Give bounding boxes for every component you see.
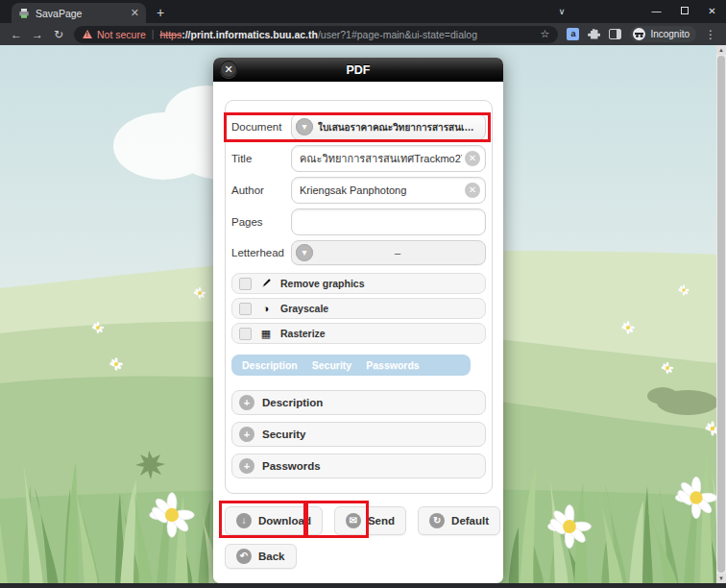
pages-row: Pages [231,208,486,235]
pages-label: Pages [231,216,291,228]
tab-passwords[interactable]: Passwords [366,359,419,371]
page-viewport: ✕ PDF Document ▾ ใบเสนอราคาคณะวิทยาการสา… [0,45,726,588]
toolbar-right-icons: a Incognito ⋮ [563,26,720,42]
reload-icon[interactable]: ↻ [48,28,69,41]
section-label: Security [262,429,305,440]
close-window-button[interactable]: ✕ [698,0,726,23]
grayscale-icon: ◑ [259,304,273,314]
annotation-box-send [305,501,369,538]
send-button-label: Send [368,515,395,527]
rasterize-option[interactable]: ▦ Rasterize [231,323,486,344]
section-label: Passwords [262,460,321,472]
dialog-tab-bar: Description Security Passwords [231,355,471,376]
letterhead-select[interactable]: ▾ – [291,240,486,265]
tab-savapage[interactable]: SavaPage ✕ [12,3,146,23]
tab-close-icon[interactable]: ✕ [131,8,139,18]
letterhead-row: Letterhead ▾ – [231,240,486,265]
remove-graphics-checkbox[interactable] [239,278,252,290]
default-button[interactable]: ↻ Default [418,506,500,535]
author-row: Author ✕ [231,177,486,204]
side-panel-icon[interactable] [609,29,621,39]
dialog-title: PDF [347,63,371,77]
url-host: ://print.informatics.buu.ac.th [182,29,318,40]
scrollbar-down-icon[interactable]: ▼ [716,574,726,583]
window-controls: — ✕ [642,0,726,23]
address-bar[interactable]: Not secure | https ://print.informatics.… [74,26,558,43]
grayscale-option[interactable]: ◑ Grayscale [231,298,486,319]
plus-icon: + [239,395,254,410]
url-path: /user?1#page-main&ui-state=dialog [318,29,477,40]
remove-graphics-option[interactable]: Remove graphics [231,273,486,294]
annotation-box-document [224,112,491,142]
author-input[interactable] [291,177,486,204]
grayscale-checkbox[interactable] [239,303,252,315]
browser-menu-icon[interactable]: ⋮ [705,28,716,41]
section-label: Description [262,397,323,408]
rasterize-icon: ▦ [259,329,273,339]
option-label: Remove graphics [280,278,365,289]
translate-icon[interactable]: a [567,28,579,40]
maximize-button[interactable] [670,0,698,23]
clear-author-icon[interactable]: ✕ [465,183,480,198]
refresh-icon: ↻ [429,513,445,528]
letterhead-value: – [318,247,477,258]
plus-icon: + [239,427,254,442]
scrollbar-up-icon[interactable]: ▲ [716,45,726,55]
letterhead-label: Letterhead [231,247,291,258]
tab-strip: SavaPage ✕ + ∨ — ✕ [0,0,726,23]
option-label: Grayscale [280,303,328,314]
collapsible-sections: + Description + Security + Passwords [231,390,486,478]
title-label: Title [231,153,291,164]
tab-search-chevron-icon[interactable]: ∨ [548,0,575,23]
chevron-down-icon: ▾ [296,244,313,261]
not-secure-label: Not secure [97,29,146,40]
bookmark-star-icon[interactable]: ☆ [541,28,550,40]
dialog-close-icon[interactable]: ✕ [220,61,237,78]
title-row: Title ✕ [231,145,486,172]
options-group: Remove graphics ◑ Grayscale ▦ Rasterize [231,273,486,344]
pdf-form: Document ▾ ใบเสนอราคาคณะวิทยาการสารสนเทศ… [225,100,493,494]
back-arrow-icon: ↶ [236,549,252,564]
printer-favicon [18,8,30,19]
section-security[interactable]: + Security [231,422,486,447]
minimize-button[interactable]: — [642,0,670,23]
window-bottom-edge [0,583,726,588]
back-button[interactable]: ↶ Back [225,544,297,569]
incognito-label: Incognito [650,29,690,39]
browser-window: SavaPage ✕ + ∨ — ✕ ← → ↻ Not secure | ht… [0,0,726,588]
back-nav-icon[interactable]: ← [6,28,27,41]
address-divider: | [152,29,155,39]
dialog-header: ✕ PDF [213,58,503,82]
browser-toolbar: ← → ↻ Not secure | https ://print.inform… [0,23,726,45]
url-scheme: https [159,29,182,40]
scrollbar-thumb[interactable] [717,56,725,573]
tab-description[interactable]: Description [242,359,298,371]
tab-security[interactable]: Security [312,359,351,371]
bush-blob [647,387,678,404]
dialog-back-row: ↶ Back [225,544,297,569]
pages-input[interactable] [291,208,486,235]
section-passwords[interactable]: + Passwords [231,453,486,478]
section-description[interactable]: + Description [231,390,486,415]
tab-title: SavaPage [36,8,125,19]
new-tab-button[interactable]: + [152,4,169,21]
annotation-box-download [219,501,306,538]
author-label: Author [231,184,291,196]
plus-icon: + [239,458,254,474]
incognito-badge: Incognito [630,26,696,42]
remove-graphics-icon [259,278,273,290]
rasterize-checkbox[interactable] [239,328,252,340]
default-button-label: Default [451,515,489,527]
page-scrollbar[interactable]: ▲ ▼ [716,45,726,588]
option-label: Rasterize [280,328,326,339]
clear-title-icon[interactable]: ✕ [465,151,480,166]
forward-nav-icon[interactable]: → [27,28,48,41]
incognito-icon [633,28,645,40]
extensions-puzzle-icon[interactable] [588,28,600,40]
title-input[interactable] [291,145,486,172]
not-secure-warning-icon [83,30,92,38]
back-button-label: Back [258,551,285,562]
